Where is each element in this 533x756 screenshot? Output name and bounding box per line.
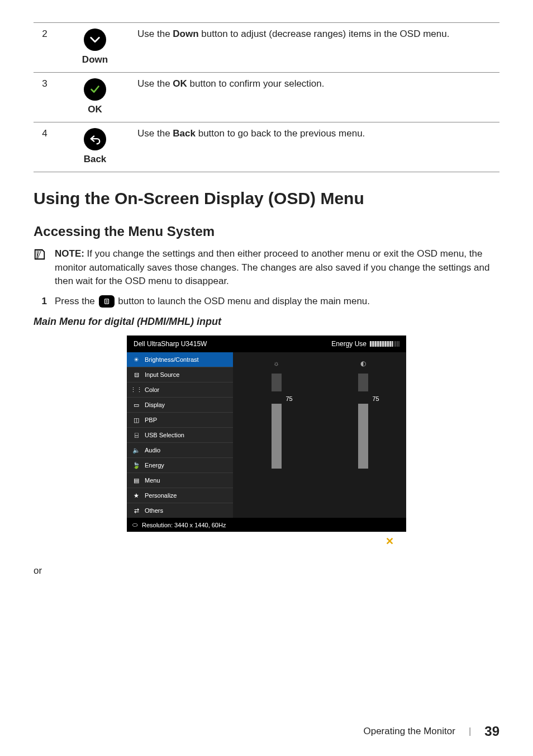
down-icon [84, 29, 106, 51]
button-icon-cell: OK [56, 73, 134, 122]
step-1: 1 Press the button to launch the OSD men… [34, 294, 499, 309]
page-footer: Operating the Monitor | 39 [363, 724, 499, 739]
contrast-slider-icon: ◐ [360, 357, 366, 370]
nav-right-icon[interactable]: → [360, 535, 370, 547]
button-description-table: 2 Down Use the Down button to adjust (de… [34, 22, 499, 172]
button-label: Down [82, 54, 108, 65]
row-number: 3 [34, 73, 56, 122]
personalize-icon: ★ [132, 492, 140, 499]
color-icon: ⋮⋮ [132, 386, 140, 394]
page-number: 39 [484, 724, 499, 739]
note-text: NOTE: If you change the settings and the… [55, 247, 499, 289]
contrast-value: 75 [373, 395, 379, 402]
energy-use-label: Energy Use [331, 340, 367, 348]
osd-title: Dell UltraSharp U3415W [134, 340, 207, 348]
button-icon-cell: Back [56, 122, 134, 172]
button-icon-cell: Down [56, 23, 134, 73]
others-icon: ⇄ [132, 507, 140, 514]
button-description: Use the OK button to confirm your select… [134, 73, 499, 122]
osd-menu-others[interactable]: ⇄ Others [127, 503, 233, 518]
contrast-slider[interactable]: ◐ 75 [320, 352, 406, 518]
step-number: 1 [34, 294, 47, 309]
nav-close-icon[interactable]: ✕ [386, 535, 394, 547]
note-icon [34, 247, 47, 289]
osd-menu-audio[interactable]: 🔈 Audio [127, 442, 233, 457]
resolution-icon: ⬭ [132, 521, 137, 528]
footer-section: Operating the Monitor [363, 726, 455, 737]
osd-menu-list: ☀ Brightness/Contrast ⊟ Input Source ⋮⋮ … [127, 352, 233, 518]
osd-footer: ⬭ Resolution: 3440 x 1440, 60Hz [127, 518, 406, 532]
osd-menu-energy[interactable]: 🍃 Energy [127, 457, 233, 472]
back-icon [84, 128, 106, 150]
osd-menu-pbp[interactable]: ◫ PBP [127, 412, 233, 427]
osd-menu-input-source[interactable]: ⊟ Input Source [127, 367, 233, 382]
osd-menu-personalize[interactable]: ★ Personalize [127, 488, 233, 503]
step-text: Press the button to launch the OSD menu … [55, 294, 370, 309]
ok-icon [84, 78, 106, 101]
nav-down-icon[interactable]: ∨ [337, 535, 344, 547]
button-description: Use the Down button to adjust (decrease … [134, 23, 499, 73]
osd-nav-buttons: ∧ ∨ → ✕ [127, 532, 406, 550]
subsection-title: Accessing the Menu System [34, 224, 499, 239]
brightness-value: 75 [286, 395, 293, 402]
button-label: Back [84, 154, 107, 165]
table-row: 2 Down Use the Down button to adjust (de… [34, 23, 499, 73]
row-number: 4 [34, 122, 56, 172]
menu-button-icon [99, 295, 115, 308]
button-label: OK [88, 104, 102, 115]
audio-icon: 🔈 [132, 446, 140, 454]
row-number: 2 [34, 23, 56, 73]
input-source-icon: ⊟ [132, 371, 140, 379]
button-description: Use the Back button to go back to the pr… [134, 122, 499, 172]
note: NOTE: If you change the settings and the… [34, 247, 499, 289]
menu-caption: Main Menu for digital (HDMI/MHL) input [34, 316, 499, 328]
footer-separator: | [469, 726, 471, 737]
energy-use-meter [370, 341, 399, 347]
osd-header: Dell UltraSharp U3415W Energy Use [127, 336, 406, 352]
osd-menu-brightness-contrast[interactable]: ☀ Brightness/Contrast [127, 352, 233, 367]
brightness-slider-icon: ☼ [273, 357, 279, 370]
resolution-text: Resolution: 3440 x 1440, 60Hz [142, 522, 226, 528]
nav-up-icon[interactable]: ∧ [314, 535, 321, 547]
usb-icon: ⌸ [132, 431, 140, 439]
or-text: or [34, 565, 499, 577]
osd-menu-color[interactable]: ⋮⋮ Color [127, 382, 233, 397]
table-row: 3 OK Use the OK button to confirm your s… [34, 73, 499, 122]
osd-menu-usb-selection[interactable]: ⌸ USB Selection [127, 427, 233, 442]
menu-icon: ▤ [132, 476, 140, 484]
brightness-icon: ☀ [132, 356, 140, 363]
osd-screenshot: Dell UltraSharp U3415W Energy Use ☀ Brig… [127, 336, 406, 550]
section-title: Using the On-Screen Display (OSD) Menu [34, 189, 499, 208]
osd-menu-menu[interactable]: ▤ Menu [127, 472, 233, 488]
table-row: 4 Back Use the Back button to go back to… [34, 122, 499, 172]
brightness-slider[interactable]: ☼ 75 [233, 352, 320, 518]
pbp-icon: ◫ [132, 416, 140, 424]
energy-icon: 🍃 [132, 461, 140, 469]
display-icon: ▭ [132, 401, 140, 409]
osd-menu-display[interactable]: ▭ Display [127, 397, 233, 412]
